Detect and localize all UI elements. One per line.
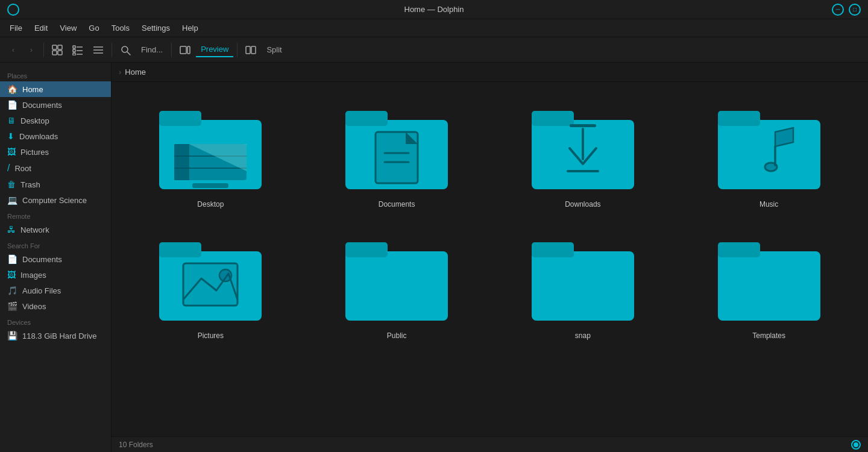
sidebar-item-root-label: Root bbox=[14, 164, 31, 173]
folder-pictures-label: Pictures bbox=[198, 331, 224, 340]
breadcrumb-home[interactable]: Home bbox=[125, 67, 146, 77]
svg-rect-26 bbox=[174, 156, 189, 168]
window-buttons: ─ □ bbox=[832, 4, 861, 16]
folder-pictures-icon bbox=[156, 230, 265, 327]
content-area: Desktop Documents bbox=[112, 82, 868, 436]
find-button[interactable]: Find... bbox=[136, 43, 168, 57]
split-button[interactable]: Split bbox=[262, 43, 286, 57]
folder-desktop-icon bbox=[156, 99, 265, 195]
sidebar-item-computer-science[interactable]: 💻 Computer Science bbox=[0, 192, 111, 208]
folder-pictures[interactable]: Pictures bbox=[124, 225, 298, 345]
forward-button[interactable]: › bbox=[23, 42, 40, 58]
toolbar-separator-3 bbox=[171, 43, 172, 57]
preview-button[interactable]: Preview bbox=[196, 42, 233, 57]
documents-icon: 📄 bbox=[7, 100, 17, 110]
breadcrumb-bar: › Home bbox=[112, 63, 868, 82]
sidebar-item-network[interactable]: 🖧 Network bbox=[0, 222, 111, 237]
sidebar-item-harddrive-label: 118.3 GiB Hard Drive bbox=[22, 331, 97, 341]
menu-view[interactable]: View bbox=[55, 22, 81, 34]
sidebar-search-images-label: Images bbox=[20, 271, 46, 280]
sidebar-item-trash[interactable]: 🗑 Trash bbox=[0, 177, 111, 192]
sidebar-item-desktop[interactable]: 🖥 Desktop bbox=[0, 113, 111, 128]
sidebar-item-cs-label: Computer Science bbox=[22, 196, 87, 205]
menu-settings[interactable]: Settings bbox=[137, 22, 175, 34]
pictures-icon: 🖼 bbox=[7, 147, 16, 157]
sidebar-item-trash-label: Trash bbox=[20, 180, 40, 189]
menu-tools[interactable]: Tools bbox=[107, 22, 134, 34]
sidebar-item-home[interactable]: 🏠 Home bbox=[0, 81, 111, 97]
search-label: Search For bbox=[0, 237, 111, 251]
svg-line-14 bbox=[127, 52, 130, 55]
folder-documents[interactable]: Documents bbox=[310, 94, 484, 213]
folder-snap[interactable]: snap bbox=[496, 225, 670, 345]
sidebar-item-pictures-label: Pictures bbox=[20, 148, 49, 157]
sidebar-item-harddrive[interactable]: 💾 118.3 GiB Hard Drive bbox=[0, 328, 111, 344]
minimize-button[interactable]: ─ bbox=[832, 4, 844, 16]
sidebar-search-documents[interactable]: 📄 Documents bbox=[0, 251, 111, 267]
network-icon: 🖧 bbox=[7, 225, 16, 234]
svg-rect-0 bbox=[52, 45, 57, 49]
svg-rect-62 bbox=[718, 251, 820, 321]
svg-rect-52 bbox=[183, 263, 237, 306]
sidebar-search-videos[interactable]: 🎬 Videos bbox=[0, 298, 111, 314]
compact-view-button[interactable] bbox=[68, 40, 87, 60]
svg-rect-16 bbox=[187, 46, 190, 54]
folder-music-icon bbox=[715, 99, 823, 195]
folder-templates-label: Templates bbox=[752, 331, 785, 340]
svg-rect-6 bbox=[73, 49, 75, 52]
menu-edit[interactable]: Edit bbox=[30, 22, 52, 34]
sidebar-search-images[interactable]: 🖼 Images bbox=[0, 267, 111, 283]
toolbar-separator-1 bbox=[43, 43, 44, 57]
sidebar-search-documents-label: Documents bbox=[22, 255, 62, 264]
folder-templates[interactable]: Templates bbox=[682, 225, 856, 345]
sidebar-item-desktop-label: Desktop bbox=[20, 116, 49, 125]
svg-rect-18 bbox=[251, 46, 256, 54]
folder-downloads[interactable]: Downloads bbox=[496, 94, 670, 213]
sidebar-item-root[interactable]: / Root bbox=[0, 160, 111, 177]
menu-go[interactable]: Go bbox=[84, 22, 104, 34]
svg-rect-2 bbox=[52, 51, 57, 55]
sidebar-search-audio-label: Audio Files bbox=[22, 286, 61, 295]
sidebar-search-audio[interactable]: 🎵 Audio Files bbox=[0, 283, 111, 298]
desktop-icon: 🖥 bbox=[7, 116, 16, 125]
folder-public[interactable]: Public bbox=[310, 225, 484, 345]
sidebar-item-documents-label: Documents bbox=[22, 101, 62, 110]
svg-rect-56 bbox=[345, 251, 448, 321]
search-videos-icon: 🎬 bbox=[7, 301, 17, 311]
folder-music[interactable]: Music bbox=[682, 94, 856, 213]
statusbar: 10 Folders bbox=[112, 436, 868, 452]
svg-rect-42 bbox=[570, 124, 596, 127]
svg-rect-27 bbox=[174, 168, 189, 180]
menu-file[interactable]: File bbox=[5, 22, 27, 34]
sidebar-item-home-label: Home bbox=[22, 85, 43, 94]
folder-desktop-label: Desktop bbox=[197, 200, 224, 209]
toolbar-separator-4 bbox=[237, 43, 237, 57]
menu-help[interactable]: Help bbox=[177, 22, 203, 34]
folder-desktop[interactable]: Desktop bbox=[124, 94, 298, 213]
trash-icon: 🗑 bbox=[7, 180, 16, 189]
sidebar-item-network-label: Network bbox=[20, 225, 49, 234]
sidebar-item-pictures[interactable]: 🖼 Pictures bbox=[0, 144, 111, 160]
maximize-button[interactable]: □ bbox=[849, 4, 861, 16]
folder-public-icon bbox=[342, 230, 451, 327]
downloads-icon: ⬇ bbox=[7, 131, 14, 141]
folder-count: 10 Folders bbox=[119, 441, 153, 449]
titlebar: Home — Dolphin ─ □ bbox=[0, 0, 868, 19]
details-view-button[interactable] bbox=[89, 40, 108, 60]
svg-rect-25 bbox=[174, 144, 189, 156]
breadcrumb-arrow: › bbox=[119, 67, 121, 77]
sidebar-item-downloads[interactable]: ⬇ Downloads bbox=[0, 128, 111, 144]
folder-downloads-label: Downloads bbox=[565, 200, 600, 209]
svg-rect-3 bbox=[58, 51, 62, 55]
svg-rect-29 bbox=[192, 183, 228, 188]
search-button[interactable] bbox=[116, 40, 135, 60]
sidebar-item-downloads-label: Downloads bbox=[19, 132, 58, 141]
app-icon bbox=[7, 4, 19, 16]
svg-point-53 bbox=[219, 269, 231, 281]
menubar: FileEditViewGoToolsSettingsHelp bbox=[0, 19, 868, 37]
back-button[interactable]: ‹ bbox=[5, 42, 22, 58]
icons-view-button[interactable] bbox=[48, 40, 67, 60]
sidebar-item-documents[interactable]: 📄 Documents bbox=[0, 97, 111, 113]
folder-public-label: Public bbox=[387, 331, 407, 340]
svg-rect-15 bbox=[180, 46, 186, 54]
